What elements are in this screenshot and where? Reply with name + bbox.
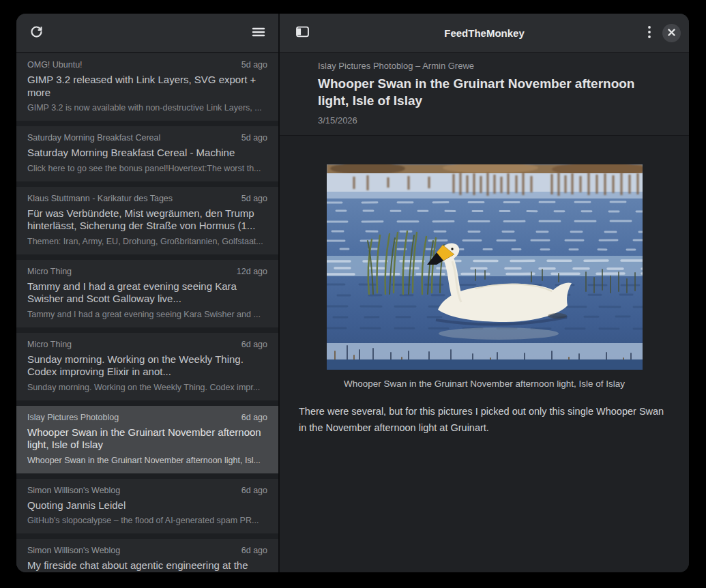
close-button[interactable] [662, 24, 681, 42]
sidebar-toggle-icon [295, 25, 310, 40]
item-age: 5d ago [241, 132, 267, 143]
feed-name: Micro Thing [27, 266, 72, 277]
kebab-menu-icon [647, 25, 651, 41]
article-text: There were several, but for this picture… [299, 403, 670, 436]
item-age: 6d ago [241, 339, 267, 350]
hamburger-menu-icon [252, 26, 265, 40]
item-summary: GitHub's slopocalypse – the flood of AI-… [27, 515, 267, 526]
item-title: GIMP 3.2 released with Link Layers, SVG … [27, 74, 267, 99]
refresh-button[interactable] [27, 22, 46, 44]
photo-caption: Whooper Swan in the Gruinart November af… [327, 379, 643, 389]
item-title: Quoting Jannis Leidel [27, 499, 267, 512]
close-icon [668, 28, 675, 38]
item-summary: Themen: Iran, Army, EU, Drohung, Großbri… [27, 236, 267, 247]
feed-name: OMG! Ubuntu! [27, 59, 83, 70]
article-date: 3/15/2026 [318, 115, 673, 126]
feed-name: Micro Thing [27, 339, 72, 350]
item-title: Tammy and I had a great evening seeing K… [27, 280, 267, 306]
list-item[interactable]: Simon Willison's Weblog 6d ago My firesi… [16, 539, 278, 572]
article-pane: FeedTheMonkey [280, 14, 689, 572]
feed-name: Klaus Stuttmann - Karikatur des Tages [27, 193, 173, 204]
app-window: OMG! Ubuntu! 5d ago GIMP 3.2 released wi… [16, 14, 689, 572]
menu-button[interactable] [249, 23, 268, 43]
feed-name: Saturday Morning Breakfast Cereal [27, 132, 160, 143]
refresh-icon [29, 25, 44, 41]
feed-name: Simon Willison's Weblog [27, 485, 120, 496]
swan-photo-illustration [327, 164, 643, 370]
item-summary: Tammy and I had a great evening seeing K… [27, 309, 267, 320]
article-source: Islay Pictures Photoblog – Armin Grewe [318, 61, 673, 71]
sidebar-toggle-button[interactable] [293, 23, 312, 43]
feed-name: Simon Willison's Weblog [27, 545, 120, 556]
item-age: 6d ago [241, 485, 267, 496]
article-body: Whooper Swan in the Gruinart November af… [280, 136, 689, 572]
app-title: FeedTheMonkey [444, 27, 525, 39]
feed-list-pane: OMG! Ubuntu! 5d ago GIMP 3.2 released wi… [16, 14, 278, 572]
list-item[interactable]: Micro Thing 6d ago Sunday morning. Worki… [16, 333, 278, 400]
feed-name: Islay Pictures Photoblog [27, 412, 119, 423]
item-age: 6d ago [241, 412, 267, 423]
list-item[interactable]: Micro Thing 12d ago Tammy and I had a gr… [16, 260, 278, 327]
item-title: Sunday morning. Working on the Weekly Th… [27, 353, 267, 379]
overflow-menu-button[interactable] [645, 23, 654, 44]
item-age: 6d ago [241, 545, 267, 556]
item-summary: GIMP 3.2 is now available with non-destr… [27, 102, 267, 113]
feed-item-list: OMG! Ubuntu! 5d ago GIMP 3.2 released wi… [16, 53, 278, 572]
item-summary: Click here to go see the bonus panel!Hov… [27, 163, 267, 174]
item-summary: Whooper Swan in the Gruinart November af… [27, 455, 267, 466]
item-title: Whooper Swan in the Gruinart November af… [27, 426, 267, 452]
list-item[interactable]: Simon Willison's Weblog 6d ago Quoting J… [16, 479, 278, 534]
item-title: Für was Verbündete, Mist wegräumen, den … [27, 207, 267, 233]
item-summary: Sunday morning. Working on the Weekly Th… [27, 382, 267, 393]
article-photo: Whooper Swan in the Gruinart November af… [327, 164, 643, 389]
list-item[interactable]: Klaus Stuttmann - Karikatur des Tages 5d… [16, 187, 278, 254]
article-header: Islay Pictures Photoblog – Armin Grewe W… [280, 53, 689, 136]
article-toolbar: FeedTheMonkey [280, 14, 689, 53]
feed-list-toolbar [16, 14, 278, 53]
item-title: My fireside chat about agentic engineeri… [27, 559, 267, 572]
list-item-selected[interactable]: Islay Pictures Photoblog 6d ago Whooper … [16, 406, 278, 473]
list-item[interactable]: Saturday Morning Breakfast Cereal 5d ago… [16, 126, 278, 181]
list-item[interactable]: OMG! Ubuntu! 5d ago GIMP 3.2 released wi… [16, 53, 278, 121]
article-title: Whooper Swan in the Gruinart November af… [318, 75, 659, 109]
item-age: 5d ago [241, 59, 267, 70]
item-title: Saturday Morning Breakfast Cereal - Mach… [27, 147, 267, 160]
item-age: 12d ago [237, 266, 267, 277]
item-age: 5d ago [241, 193, 267, 204]
